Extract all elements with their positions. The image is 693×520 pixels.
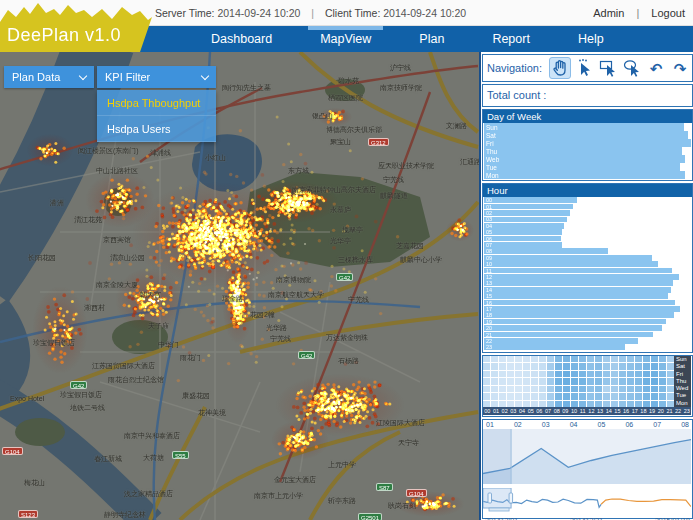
heatmap-cell [483, 393, 490, 399]
circle-select-icon [622, 58, 642, 78]
heatmap-cell [539, 363, 546, 369]
heatmap-cell [499, 356, 506, 362]
heatmap-cell [627, 378, 634, 384]
undo-button[interactable]: ↶ [645, 57, 667, 79]
timeline-axis-label: 04 [570, 420, 578, 429]
rect-select-button[interactable] [597, 57, 619, 79]
tab-report[interactable]: Report [468, 26, 554, 52]
heatmap-cell [507, 378, 514, 384]
heatmap-cell [587, 393, 594, 399]
tab-dashboard[interactable]: Dashboard [187, 26, 296, 52]
heatmap-cell [491, 393, 498, 399]
tab-help[interactable]: Help [554, 26, 628, 52]
bar-hour-10 [484, 261, 658, 267]
day-of-week-bar-row: Web [484, 155, 691, 163]
tab-mapview[interactable]: MapView [296, 26, 395, 52]
brush-handle[interactable] [509, 493, 513, 503]
bar-hour-22 [484, 338, 638, 344]
undo-icon: ↶ [650, 61, 663, 76]
admin-link[interactable]: Admin [593, 7, 624, 19]
heatmap-cell [555, 393, 562, 399]
heatmap-cell [651, 363, 658, 369]
bar-sat [484, 131, 688, 138]
heatmap-cell [611, 386, 618, 392]
plan-data-label: Plan Data [12, 71, 60, 83]
bar-label: 03 [486, 216, 492, 222]
circle-select-button[interactable] [621, 57, 643, 79]
pan-tool-button[interactable] [549, 57, 571, 79]
heatmap-cell [523, 393, 530, 399]
heatmap-cell [515, 378, 522, 384]
hour-chart: 0001020304050607080910111213141516171819… [483, 197, 692, 350]
heatmap-cell [539, 371, 546, 377]
heatmap-cell [595, 386, 602, 392]
heatmap-day-labels: SunSatFriThuWedTueMon [674, 356, 691, 407]
heatmap-cell [507, 356, 514, 362]
heatmap-cell [619, 371, 626, 377]
heatmap-cell [531, 356, 538, 362]
bar-hour-11 [484, 268, 672, 274]
heatmap-cell [499, 386, 506, 392]
heatmap-cell [571, 363, 578, 369]
timeline-axis-label: 01 [486, 420, 494, 429]
bar-label: Thu [486, 148, 497, 155]
heatmap-cell [619, 386, 626, 392]
heatmap-cell [555, 363, 562, 369]
heatmap-cell [515, 393, 522, 399]
bar-thu [484, 147, 682, 154]
chevron-down-icon [201, 72, 209, 80]
day-of-week-bar-row: Thu [484, 147, 691, 155]
heatmap-day-label: Thu [674, 378, 691, 385]
bar-hour-06 [484, 236, 561, 242]
heatmap-cell [643, 386, 650, 392]
heatmap-day-label: Mon [674, 400, 691, 407]
tab-plan[interactable]: Plan [395, 26, 468, 52]
heatmap-cell [611, 356, 618, 362]
redo-icon: ↷ [674, 61, 687, 76]
logout-link[interactable]: Logout [651, 7, 685, 19]
time-info: Server Time: 2014-09-24 10:20 | Client T… [155, 0, 466, 26]
heatmap-cell [539, 386, 546, 392]
plan-data-dropdown[interactable]: Plan Data [4, 66, 94, 88]
bar-label: 13 [486, 280, 492, 286]
heatmap-cell [507, 371, 514, 377]
heatmap-cell [491, 363, 498, 369]
map-canvas-area[interactable]: 碧水苑沪宁线南京技师学院栖霞区医院银凸山博德高尔夫俱乐部聚宝山应天职业技术学院东… [0, 52, 479, 520]
heatmap-cell [523, 356, 530, 362]
bar-hour-13 [484, 280, 673, 286]
hour-bar-row: 23 [484, 344, 691, 350]
bar-label: 10 [486, 261, 492, 267]
heatmap-cell [531, 363, 538, 369]
bar-label: 22 [486, 338, 492, 344]
kpi-filter-label: KPI Filter [105, 71, 150, 83]
bar-mon [484, 171, 685, 178]
heatmap-cell [555, 378, 562, 384]
timeline-brush-selector[interactable] [483, 488, 691, 512]
heatmap-cell [635, 378, 642, 384]
bar-label: 21 [486, 332, 492, 338]
brush-handle[interactable] [488, 493, 492, 503]
timeline-line-chart [483, 429, 691, 484]
redo-button[interactable]: ↷ [669, 57, 691, 79]
tab-label: Report [492, 32, 530, 46]
bar-hour-00 [484, 197, 577, 203]
heatmap-cell [547, 378, 554, 384]
heatmap-cell [563, 393, 570, 399]
total-count-label: Total count : [487, 89, 546, 101]
heatmap-cell [667, 386, 674, 392]
bar-label: Web [486, 156, 499, 163]
heatmap-cell [563, 386, 570, 392]
heatmap-cell [627, 386, 634, 392]
kpi-filter-dropdown[interactable]: KPI Filter [97, 66, 216, 88]
heatmap-day-label: Sat [674, 363, 691, 370]
heatmap-cell [635, 363, 642, 369]
kpi-option-hsdpa-thboughput[interactable]: Hsdpa Thboughput [97, 90, 216, 116]
heatmap-hour-label: 00 [483, 407, 492, 415]
kpi-option-hsdpa-users[interactable]: Hsdpa Users [97, 116, 216, 142]
pointer-select-button[interactable] [573, 57, 595, 79]
bar-label: Sat [486, 132, 496, 139]
brush-selection[interactable] [483, 488, 511, 508]
navigation-toolbar: Navigation: [482, 54, 693, 82]
heatmap-hour-label: 03 [509, 407, 518, 415]
nav-tabs: DashboardMapViewPlanReportHelp [187, 26, 693, 52]
